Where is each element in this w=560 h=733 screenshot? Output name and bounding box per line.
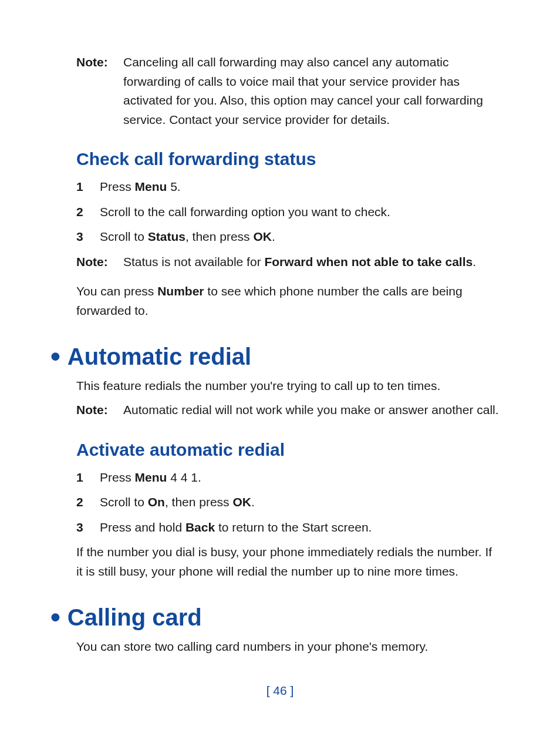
bold-text: Back	[185, 520, 215, 534]
text: Status is not available for	[123, 255, 264, 268]
step-number: 1	[76, 177, 100, 197]
text: .	[251, 495, 255, 509]
text: Scroll to	[100, 495, 148, 509]
bullet-icon: •	[50, 342, 60, 371]
bold-text: OK	[232, 495, 251, 509]
heading-text: Calling card	[68, 604, 202, 631]
text: to return to the Start screen.	[215, 520, 372, 534]
step-body: Press Menu 5.	[100, 177, 501, 197]
note-block-top: Note: Canceling all call forwarding may …	[76, 53, 501, 129]
list-item: 2 Scroll to the call forwarding option y…	[76, 203, 501, 222]
paragraph-callingcard-intro: You can store two calling card numbers i…	[76, 637, 501, 657]
text: You can press	[76, 284, 157, 298]
note-block-status: Note: Status is not available for Forwar…	[76, 253, 501, 272]
paragraph-autoredial-intro: This feature redials the number you're t…	[76, 376, 501, 396]
steps-check-status: 1 Press Menu 5. 2 Scroll to the call for…	[76, 177, 501, 247]
bullet-icon: •	[50, 603, 60, 631]
step-body: Scroll to the call forwarding option you…	[100, 203, 501, 222]
text: , then press	[165, 495, 233, 509]
step-body: Scroll to Status, then press OK.	[100, 227, 501, 247]
step-body: Press Menu 4 4 1.	[100, 468, 501, 487]
step-number: 2	[76, 493, 100, 512]
note-text-status: Status is not available for Forward when…	[123, 253, 501, 272]
bold-text: Menu	[135, 470, 167, 484]
step-body: Scroll to On, then press OK.	[100, 493, 501, 512]
heading-automatic-redial: • Automatic redial	[76, 342, 501, 371]
note-text-top: Canceling all call forwarding may also c…	[123, 53, 501, 129]
text: .	[272, 230, 275, 243]
bold-text: OK	[253, 230, 272, 243]
bold-text: Number	[157, 284, 204, 298]
note-text-autoredial: Automatic redial will not work while you…	[123, 401, 501, 420]
list-item: 3 Scroll to Status, then press OK.	[76, 227, 501, 247]
text: Press	[100, 180, 135, 193]
text: Press	[100, 470, 135, 484]
note-block-autoredial: Note: Automatic redial will not work whi…	[76, 401, 501, 420]
bold-text: On	[148, 495, 165, 509]
note-label: Note:	[76, 53, 123, 129]
text: , then press	[185, 230, 254, 243]
note-label: Note:	[76, 253, 123, 272]
list-item: 1 Press Menu 4 4 1.	[76, 468, 501, 487]
list-item: 2 Scroll to On, then press OK.	[76, 493, 501, 512]
paragraph-autoredial-outro: If the number you dial is busy, your pho…	[76, 543, 501, 581]
paragraph-number-info: You can press Number to see which phone …	[76, 282, 501, 320]
steps-activate-autoredial: 1 Press Menu 4 4 1. 2 Scroll to On, then…	[76, 468, 501, 537]
step-number: 3	[76, 518, 100, 537]
list-item: 3 Press and hold Back to return to the S…	[76, 518, 501, 537]
step-number: 2	[76, 203, 100, 222]
list-item: 1 Press Menu 5.	[76, 177, 501, 197]
page-number: [ 46 ]	[0, 684, 560, 698]
bold-text: Status	[148, 230, 185, 243]
bold-text: Menu	[135, 180, 167, 193]
heading-check-status: Check call forwarding status	[76, 149, 501, 169]
bold-text: Forward when not able to take calls	[264, 255, 473, 268]
step-body: Press and hold Back to return to the Sta…	[100, 518, 501, 537]
text: Scroll to	[100, 230, 148, 243]
document-page: Note: Canceling all call forwarding may …	[0, 0, 560, 702]
heading-text: Automatic redial	[68, 344, 251, 370]
step-number: 3	[76, 227, 100, 247]
text: .	[473, 255, 476, 268]
heading-activate-autoredial: Activate automatic redial	[76, 440, 501, 460]
text: 4 4 1.	[167, 470, 201, 484]
note-label: Note:	[76, 401, 123, 420]
step-number: 1	[76, 468, 100, 487]
text: Press and hold	[100, 520, 185, 534]
text: 5.	[167, 180, 180, 193]
heading-calling-card: • Calling card	[76, 603, 501, 631]
